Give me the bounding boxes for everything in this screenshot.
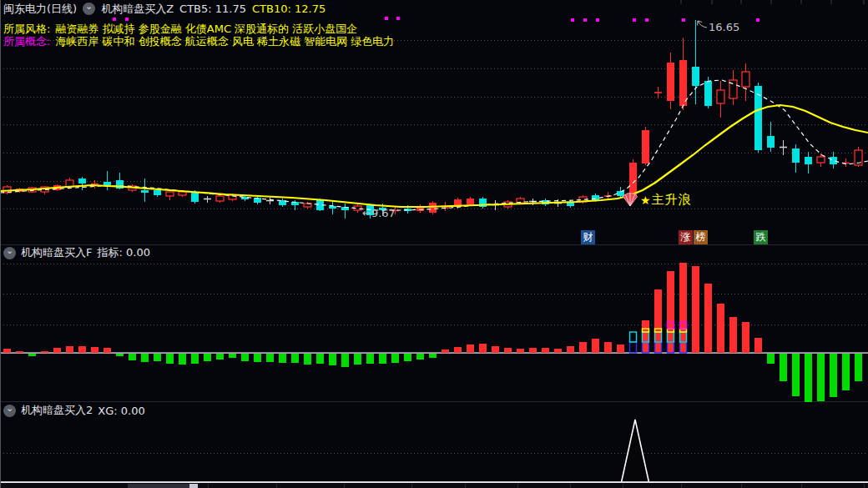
window-left-border bbox=[0, 0, 1, 488]
scrollbar-tick bbox=[681, 484, 682, 488]
scrollbar-tick bbox=[411, 484, 412, 488]
stock-title: 闽东电力(日线) bbox=[3, 2, 77, 17]
scrollbar-tick bbox=[465, 484, 466, 488]
panel2-value: 指标: 0.00 bbox=[97, 245, 149, 260]
marker-rise[interactable]: 涨 bbox=[679, 230, 693, 244]
red-fan-icon bbox=[621, 192, 639, 207]
scrollbar-tick bbox=[344, 484, 345, 488]
indicator-name: 机构暗盘买入Z bbox=[101, 2, 174, 17]
ctb5-legend: CTB5: 11.75 bbox=[179, 3, 246, 15]
scrollbar-tick bbox=[623, 484, 623, 488]
panel3-title: 机构暗盘买入2 bbox=[21, 403, 93, 418]
scrollbar-tick bbox=[801, 484, 802, 488]
ctb10-legend: CTB10: 12.75 bbox=[252, 3, 326, 15]
scrollbar-tick bbox=[864, 484, 865, 488]
collapse-chevron-icon[interactable] bbox=[3, 405, 16, 417]
scrollbar-tick bbox=[208, 484, 209, 488]
concept-tags-label: 所属概念: bbox=[3, 34, 50, 49]
main-chart-header: 闽东电力(日线) 机构暗盘买入Z CTB5: 11.75 CTB10: 12.7… bbox=[3, 2, 326, 16]
panel3-baseline bbox=[0, 481, 868, 483]
marker-finance[interactable]: 财 bbox=[581, 230, 595, 244]
collapse-chevron-icon[interactable] bbox=[3, 247, 16, 259]
scrollbar-tick bbox=[741, 484, 742, 488]
concept-tags-items[interactable]: 海峡西岸 碳中和 创投概念 航运概念 风电 稀土永磁 智能电网 绿色电力 bbox=[55, 34, 394, 49]
star-icon: ★ bbox=[640, 194, 651, 207]
bottom-scrollbar[interactable] bbox=[0, 484, 868, 488]
panel3-header: 机构暗盘买入2 XG: 0.00 bbox=[3, 404, 145, 417]
panel3-value: XG: 0.00 bbox=[98, 405, 144, 417]
panel2-title: 机构暗盘买入F bbox=[21, 245, 92, 260]
wave-label: 主升浪 bbox=[652, 193, 692, 207]
marker-board[interactable]: 榜 bbox=[694, 230, 708, 244]
scrollbar-thumb[interactable] bbox=[189, 484, 198, 488]
concept-tags-row: 所属概念: 海峡西岸 碳中和 创投概念 航运概念 风电 稀土永磁 智能电网 绿色… bbox=[3, 34, 394, 49]
low-price-annotation: ←9.67 bbox=[362, 207, 396, 219]
scrollbar-track-segment[interactable] bbox=[128, 484, 198, 488]
marker-fall[interactable]: 跌 bbox=[754, 230, 768, 244]
scrollbar-tick bbox=[570, 484, 571, 488]
trading-app-window: 闽东电力(日线) 机构暗盘买入Z CTB5: 11.75 CTB10: 12.7… bbox=[0, 0, 868, 488]
panel2-header: 机构暗盘买入F 指标: 0.00 bbox=[3, 246, 150, 259]
scrollbar-tick bbox=[276, 484, 277, 488]
high-price-annotation: 16.65 bbox=[709, 21, 739, 33]
main-rise-wave-annotation: ★ 主升浪 bbox=[621, 190, 692, 207]
collapse-chevron-icon[interactable] bbox=[83, 3, 95, 15]
scrollbar-tick bbox=[517, 484, 518, 488]
